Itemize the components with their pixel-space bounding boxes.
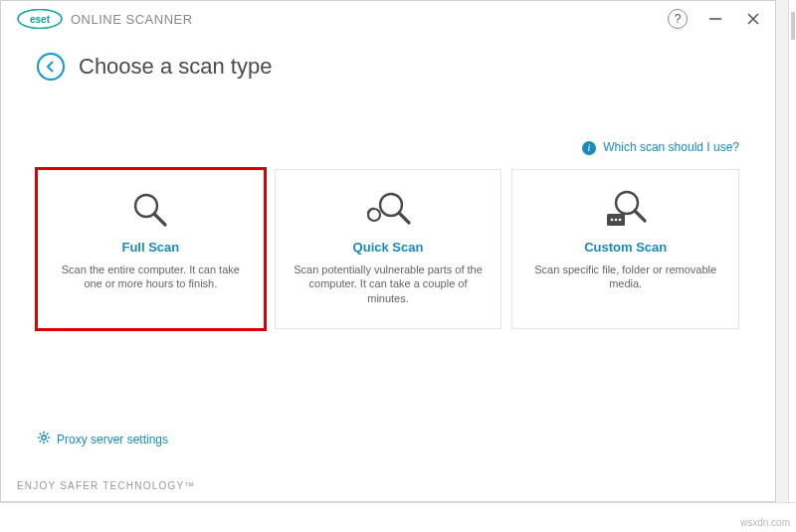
custom-magnifier-icon — [524, 188, 726, 232]
quick-scan-card[interactable]: Quick Scan Scan potentially vulnerable p… — [275, 169, 502, 330]
svg-line-22 — [47, 441, 49, 443]
svg-point-14 — [614, 218, 617, 221]
page-header: Choose a scan type — [1, 33, 775, 89]
footer-tagline: ENJOY SAFER TECHNOLOGY™ — [17, 480, 196, 491]
page-bottom-strip — [0, 502, 796, 532]
gear-icon — [37, 431, 51, 447]
info-icon: i — [582, 141, 596, 155]
window-controls: ? — [668, 9, 763, 29]
svg-point-16 — [42, 436, 46, 440]
scrollbar[interactable] — [788, 0, 796, 532]
svg-point-13 — [610, 218, 613, 221]
which-scan-help-link[interactable]: i Which scan should I use? — [582, 140, 739, 154]
help-link-row: i Which scan should I use? — [1, 89, 775, 163]
titlebar: eset ONLINE SCANNER ? — [1, 1, 775, 33]
svg-line-9 — [399, 213, 409, 223]
full-scan-card[interactable]: Full Scan Scan the entire computer. It c… — [37, 169, 265, 330]
custom-scan-title: Custom Scan — [524, 240, 726, 255]
help-icon[interactable]: ? — [668, 9, 688, 29]
svg-point-15 — [618, 218, 621, 221]
quick-magnifier-icon — [288, 188, 490, 232]
page-title: Choose a scan type — [79, 54, 272, 80]
svg-line-24 — [40, 441, 42, 443]
svg-line-21 — [40, 434, 42, 436]
custom-scan-desc: Scan specific file, folder or removable … — [524, 263, 726, 292]
svg-text:eset: eset — [30, 14, 51, 25]
product-name: ONLINE SCANNER — [71, 12, 193, 27]
brand: eset ONLINE SCANNER — [17, 9, 193, 29]
custom-scan-card[interactable]: Custom Scan Scan specific file, folder o… — [511, 169, 739, 330]
proxy-settings-link[interactable]: Proxy server settings — [37, 431, 168, 447]
svg-line-11 — [635, 211, 645, 221]
minimize-icon[interactable] — [705, 9, 725, 29]
scan-cards: Full Scan Scan the entire computer. It c… — [1, 163, 775, 336]
back-button[interactable] — [37, 53, 65, 81]
watermark: wsxdn.com — [740, 517, 790, 528]
magnifier-icon — [50, 188, 252, 232]
help-link-label: Which scan should I use? — [603, 140, 739, 154]
svg-line-23 — [47, 434, 49, 436]
svg-line-6 — [154, 214, 165, 225]
eset-logo-icon: eset — [17, 9, 63, 29]
quick-scan-title: Quick Scan — [288, 240, 490, 255]
full-scan-title: Full Scan — [50, 240, 252, 255]
close-icon[interactable] — [743, 9, 763, 29]
proxy-settings-label: Proxy server settings — [57, 433, 168, 446]
quick-scan-desc: Scan potentially vulnerable parts of the… — [288, 263, 490, 307]
full-scan-desc: Scan the entire computer. It can take on… — [50, 263, 252, 292]
app-window: eset ONLINE SCANNER ? Choose a scan type… — [0, 0, 776, 502]
